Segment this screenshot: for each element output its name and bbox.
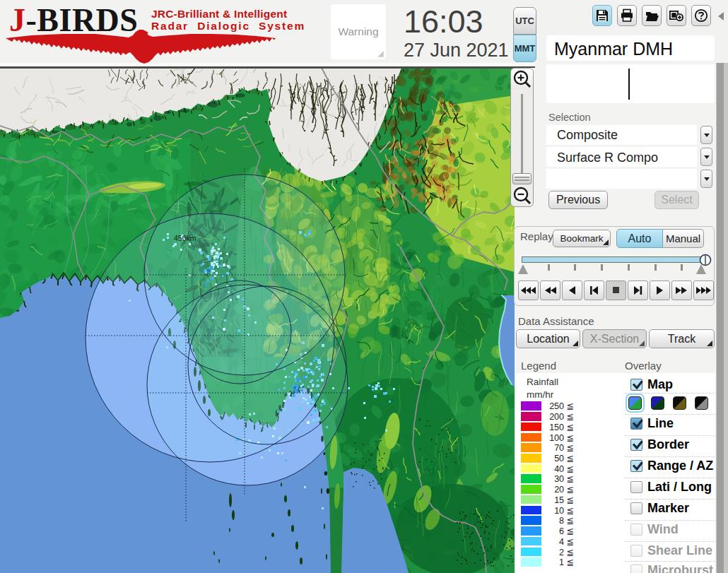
svg-text:450km: 450km xyxy=(174,234,196,242)
